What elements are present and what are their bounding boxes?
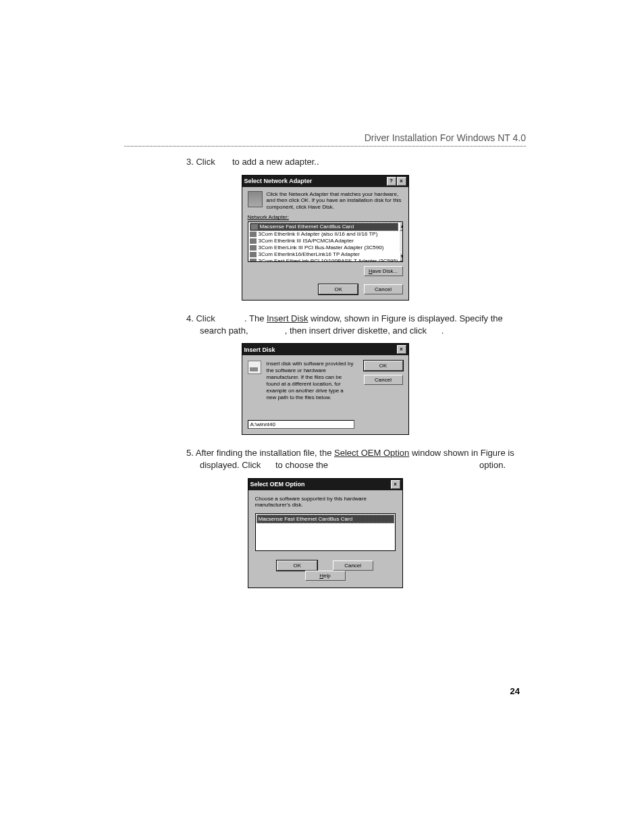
step-text: window, shown in Figure is displayed. Sp… — [311, 313, 503, 323]
path-input[interactable]: A:\winnt40 — [248, 420, 354, 429]
step-3: 3. Click to add a new adapter.. — [186, 156, 519, 168]
list-item[interactable]: 3Com Etherlink16/EtherLink16 TP Adapter — [250, 251, 398, 258]
close-icon[interactable]: x — [397, 177, 406, 186]
header-rule — [124, 146, 526, 147]
oem-list[interactable]: Macsense Fast Ethernet CardBus Card — [255, 513, 396, 551]
disk-icon — [248, 361, 261, 374]
list-item[interactable]: 3Com Etherlink II Adapter (also II/16 an… — [250, 231, 398, 238]
ok-button[interactable]: OK — [319, 284, 358, 294]
adapter-item-icon — [250, 259, 257, 262]
list-item[interactable]: 3Com Fast EtherLink PCI 10/100BASE-T Ada… — [250, 258, 398, 262]
step-text: After finding the installation file, the — [196, 448, 332, 458]
page-header: Driver Installation For Windows NT 4.0 — [124, 132, 526, 143]
list-item[interactable]: Macsense Fast Ethernet CardBus Card — [250, 223, 398, 231]
dialog-message: Choose a software supported by this hard… — [255, 496, 396, 508]
dialog-title: Select Network Adapter — [244, 178, 387, 184]
adapter-item-icon — [250, 245, 257, 251]
select-network-adapter-dialog: Select Network Adapter ? x Click the Net… — [242, 175, 409, 301]
list-item[interactable]: 3Com Etherlink III ISA/PCMCIA Adapter — [250, 238, 398, 244]
step-number: 5. — [186, 448, 194, 458]
step-text: option. — [479, 460, 506, 470]
dialog-titlebar: Select OEM Option x — [248, 479, 402, 490]
list-item[interactable]: Macsense Fast Ethernet CardBus Card — [257, 515, 394, 523]
dialog-title: Insert Disk — [244, 346, 397, 353]
adapter-item-icon — [251, 224, 258, 230]
step-text: displayed. Click — [200, 460, 261, 470]
step-text: . The — [244, 313, 264, 323]
cancel-button[interactable]: Cancel — [364, 284, 403, 294]
dialog-title: Select OEM Option — [250, 481, 391, 488]
scroll-track[interactable] — [400, 231, 403, 253]
adapter-item-icon — [250, 252, 257, 257]
step-text: Click — [196, 157, 215, 167]
dialog-titlebar: Insert Disk x — [242, 344, 408, 355]
ok-button[interactable]: OK — [277, 561, 317, 571]
page-number: 24 — [510, 686, 520, 696]
dialog-titlebar: Select Network Adapter ? x — [242, 176, 408, 187]
close-icon[interactable]: x — [391, 480, 400, 489]
cancel-button[interactable]: Cancel — [333, 561, 373, 571]
insert-disk-dialog: Insert Disk x Insert disk with software … — [242, 343, 409, 435]
help-button[interactable]: Help — [305, 571, 346, 581]
step-5: 5. After finding the installation file, … — [186, 447, 519, 471]
scrollbar[interactable]: ▲ ▼ — [400, 222, 403, 261]
step-4: 4. Click . The Insert Disk window, shown… — [186, 313, 519, 336]
have-disk-button[interactable]: Have Disk... — [364, 266, 403, 276]
adapter-item-icon — [250, 232, 257, 237]
list-label: Network Adapter: — [248, 214, 403, 220]
step-text: to choose the — [275, 460, 328, 470]
adapter-icon — [248, 191, 263, 207]
scroll-down-icon[interactable]: ▼ — [400, 253, 403, 261]
step-number: 3. — [186, 157, 194, 167]
ok-button[interactable]: OK — [364, 361, 403, 371]
scroll-up-icon[interactable]: ▲ — [400, 222, 403, 231]
select-oem-option-dialog: Select OEM Option x Choose a software su… — [248, 478, 403, 588]
dialog-message: Insert disk with software provided by th… — [267, 361, 354, 401]
step-number: 4. — [186, 313, 194, 323]
dialog-message: Click the Network Adapter that matches y… — [267, 191, 403, 211]
close-icon[interactable]: x — [397, 345, 406, 354]
step-text: to add a new adapter.. — [232, 157, 319, 167]
list-item[interactable]: 3Com EtherLink III PCI Bus-Master Adapte… — [250, 244, 398, 251]
step-text: search path, — [200, 325, 248, 336]
step-text: , then insert driver diskette, and click — [285, 325, 427, 336]
cancel-button[interactable]: Cancel — [364, 375, 403, 385]
step-text: Insert Disk — [267, 313, 308, 323]
help-icon[interactable]: ? — [387, 177, 396, 186]
step-text: Select OEM Option — [334, 448, 409, 458]
step-text: window shown in Figure is — [412, 448, 514, 458]
adapter-item-icon — [250, 238, 257, 244]
step-text: . — [441, 325, 444, 336]
adapter-list[interactable]: Macsense Fast Ethernet CardBus Card 3Com… — [248, 221, 403, 262]
step-text: Click — [196, 313, 215, 323]
